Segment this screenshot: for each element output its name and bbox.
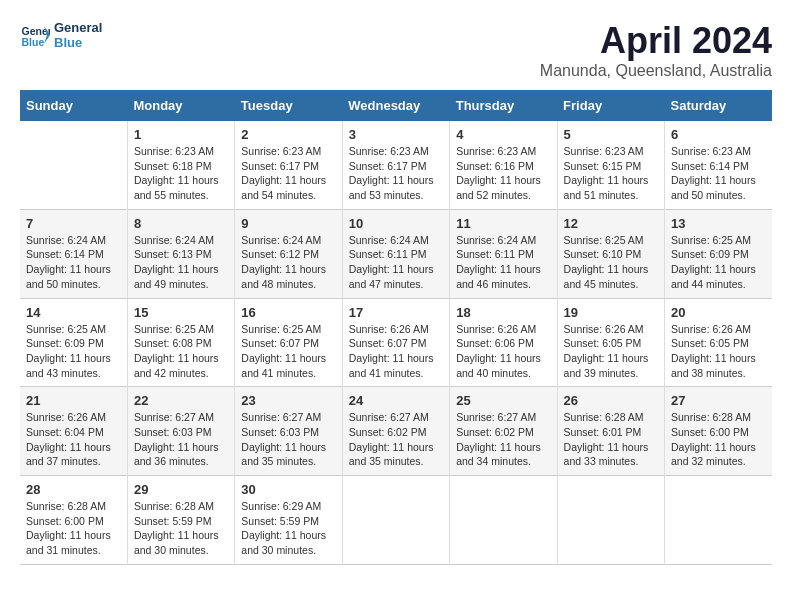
day-number: 24: [349, 393, 443, 408]
calendar-cell: 25Sunrise: 6:27 AM Sunset: 6:02 PM Dayli…: [450, 387, 557, 476]
day-info: Sunrise: 6:29 AM Sunset: 5:59 PM Dayligh…: [241, 499, 335, 558]
day-number: 22: [134, 393, 228, 408]
day-info: Sunrise: 6:25 AM Sunset: 6:07 PM Dayligh…: [241, 322, 335, 381]
day-header-friday: Friday: [557, 90, 664, 121]
day-info: Sunrise: 6:25 AM Sunset: 6:09 PM Dayligh…: [26, 322, 121, 381]
month-title: April 2024: [540, 20, 772, 62]
title-section: April 2024 Manunda, Queensland, Australi…: [540, 20, 772, 80]
day-number: 1: [134, 127, 228, 142]
page-header: General Blue General Blue April 2024 Man…: [20, 20, 772, 80]
calendar-table: SundayMondayTuesdayWednesdayThursdayFrid…: [20, 90, 772, 565]
day-info: Sunrise: 6:26 AM Sunset: 6:04 PM Dayligh…: [26, 410, 121, 469]
calendar-cell: 26Sunrise: 6:28 AM Sunset: 6:01 PM Dayli…: [557, 387, 664, 476]
day-info: Sunrise: 6:26 AM Sunset: 6:05 PM Dayligh…: [671, 322, 766, 381]
day-info: Sunrise: 6:23 AM Sunset: 6:17 PM Dayligh…: [349, 144, 443, 203]
day-header-sunday: Sunday: [20, 90, 127, 121]
day-info: Sunrise: 6:28 AM Sunset: 6:01 PM Dayligh…: [564, 410, 658, 469]
day-number: 11: [456, 216, 550, 231]
day-info: Sunrise: 6:28 AM Sunset: 6:00 PM Dayligh…: [671, 410, 766, 469]
day-number: 3: [349, 127, 443, 142]
day-header-tuesday: Tuesday: [235, 90, 342, 121]
day-info: Sunrise: 6:26 AM Sunset: 6:06 PM Dayligh…: [456, 322, 550, 381]
calendar-cell: 21Sunrise: 6:26 AM Sunset: 6:04 PM Dayli…: [20, 387, 127, 476]
calendar-cell: 9Sunrise: 6:24 AM Sunset: 6:12 PM Daylig…: [235, 209, 342, 298]
day-header-monday: Monday: [127, 90, 234, 121]
week-row-1: 1Sunrise: 6:23 AM Sunset: 6:18 PM Daylig…: [20, 121, 772, 209]
day-info: Sunrise: 6:25 AM Sunset: 6:08 PM Dayligh…: [134, 322, 228, 381]
day-number: 15: [134, 305, 228, 320]
day-number: 28: [26, 482, 121, 497]
calendar-cell: [342, 476, 449, 565]
calendar-cell: 10Sunrise: 6:24 AM Sunset: 6:11 PM Dayli…: [342, 209, 449, 298]
day-number: 18: [456, 305, 550, 320]
day-info: Sunrise: 6:27 AM Sunset: 6:02 PM Dayligh…: [349, 410, 443, 469]
week-row-5: 28Sunrise: 6:28 AM Sunset: 6:00 PM Dayli…: [20, 476, 772, 565]
calendar-cell: 22Sunrise: 6:27 AM Sunset: 6:03 PM Dayli…: [127, 387, 234, 476]
day-info: Sunrise: 6:24 AM Sunset: 6:11 PM Dayligh…: [349, 233, 443, 292]
calendar-cell: 11Sunrise: 6:24 AM Sunset: 6:11 PM Dayli…: [450, 209, 557, 298]
calendar-cell: 12Sunrise: 6:25 AM Sunset: 6:10 PM Dayli…: [557, 209, 664, 298]
day-number: 29: [134, 482, 228, 497]
logo-blue: Blue: [54, 35, 102, 50]
logo-icon: General Blue: [20, 20, 50, 50]
calendar-cell: 3Sunrise: 6:23 AM Sunset: 6:17 PM Daylig…: [342, 121, 449, 209]
calendar-cell: 17Sunrise: 6:26 AM Sunset: 6:07 PM Dayli…: [342, 298, 449, 387]
calendar-cell: [665, 476, 772, 565]
svg-text:Blue: Blue: [22, 36, 45, 48]
day-info: Sunrise: 6:25 AM Sunset: 6:09 PM Dayligh…: [671, 233, 766, 292]
day-info: Sunrise: 6:26 AM Sunset: 6:05 PM Dayligh…: [564, 322, 658, 381]
calendar-cell: [557, 476, 664, 565]
calendar-cell: 7Sunrise: 6:24 AM Sunset: 6:14 PM Daylig…: [20, 209, 127, 298]
calendar-cell: [450, 476, 557, 565]
day-header-thursday: Thursday: [450, 90, 557, 121]
day-number: 8: [134, 216, 228, 231]
day-info: Sunrise: 6:27 AM Sunset: 6:03 PM Dayligh…: [134, 410, 228, 469]
day-number: 23: [241, 393, 335, 408]
calendar-cell: 15Sunrise: 6:25 AM Sunset: 6:08 PM Dayli…: [127, 298, 234, 387]
day-number: 14: [26, 305, 121, 320]
day-info: Sunrise: 6:24 AM Sunset: 6:11 PM Dayligh…: [456, 233, 550, 292]
day-number: 7: [26, 216, 121, 231]
week-row-2: 7Sunrise: 6:24 AM Sunset: 6:14 PM Daylig…: [20, 209, 772, 298]
day-number: 26: [564, 393, 658, 408]
day-number: 2: [241, 127, 335, 142]
calendar-cell: 19Sunrise: 6:26 AM Sunset: 6:05 PM Dayli…: [557, 298, 664, 387]
calendar-cell: 8Sunrise: 6:24 AM Sunset: 6:13 PM Daylig…: [127, 209, 234, 298]
day-number: 30: [241, 482, 335, 497]
calendar-cell: 16Sunrise: 6:25 AM Sunset: 6:07 PM Dayli…: [235, 298, 342, 387]
day-info: Sunrise: 6:24 AM Sunset: 6:14 PM Dayligh…: [26, 233, 121, 292]
calendar-cell: [20, 121, 127, 209]
day-number: 25: [456, 393, 550, 408]
day-info: Sunrise: 6:23 AM Sunset: 6:18 PM Dayligh…: [134, 144, 228, 203]
calendar-cell: 20Sunrise: 6:26 AM Sunset: 6:05 PM Dayli…: [665, 298, 772, 387]
day-number: 5: [564, 127, 658, 142]
day-info: Sunrise: 6:23 AM Sunset: 6:16 PM Dayligh…: [456, 144, 550, 203]
week-row-4: 21Sunrise: 6:26 AM Sunset: 6:04 PM Dayli…: [20, 387, 772, 476]
day-number: 10: [349, 216, 443, 231]
day-info: Sunrise: 6:23 AM Sunset: 6:17 PM Dayligh…: [241, 144, 335, 203]
day-info: Sunrise: 6:24 AM Sunset: 6:12 PM Dayligh…: [241, 233, 335, 292]
week-row-3: 14Sunrise: 6:25 AM Sunset: 6:09 PM Dayli…: [20, 298, 772, 387]
calendar-cell: 4Sunrise: 6:23 AM Sunset: 6:16 PM Daylig…: [450, 121, 557, 209]
day-info: Sunrise: 6:25 AM Sunset: 6:10 PM Dayligh…: [564, 233, 658, 292]
calendar-cell: 2Sunrise: 6:23 AM Sunset: 6:17 PM Daylig…: [235, 121, 342, 209]
calendar-cell: 30Sunrise: 6:29 AM Sunset: 5:59 PM Dayli…: [235, 476, 342, 565]
day-info: Sunrise: 6:28 AM Sunset: 6:00 PM Dayligh…: [26, 499, 121, 558]
location: Manunda, Queensland, Australia: [540, 62, 772, 80]
day-info: Sunrise: 6:27 AM Sunset: 6:02 PM Dayligh…: [456, 410, 550, 469]
day-info: Sunrise: 6:28 AM Sunset: 5:59 PM Dayligh…: [134, 499, 228, 558]
calendar-cell: 6Sunrise: 6:23 AM Sunset: 6:14 PM Daylig…: [665, 121, 772, 209]
day-info: Sunrise: 6:27 AM Sunset: 6:03 PM Dayligh…: [241, 410, 335, 469]
calendar-cell: 27Sunrise: 6:28 AM Sunset: 6:00 PM Dayli…: [665, 387, 772, 476]
calendar-cell: 13Sunrise: 6:25 AM Sunset: 6:09 PM Dayli…: [665, 209, 772, 298]
day-number: 20: [671, 305, 766, 320]
day-number: 13: [671, 216, 766, 231]
day-number: 17: [349, 305, 443, 320]
day-number: 12: [564, 216, 658, 231]
calendar-cell: 24Sunrise: 6:27 AM Sunset: 6:02 PM Dayli…: [342, 387, 449, 476]
calendar-cell: 14Sunrise: 6:25 AM Sunset: 6:09 PM Dayli…: [20, 298, 127, 387]
calendar-cell: 1Sunrise: 6:23 AM Sunset: 6:18 PM Daylig…: [127, 121, 234, 209]
day-number: 19: [564, 305, 658, 320]
day-info: Sunrise: 6:23 AM Sunset: 6:14 PM Dayligh…: [671, 144, 766, 203]
day-header-saturday: Saturday: [665, 90, 772, 121]
